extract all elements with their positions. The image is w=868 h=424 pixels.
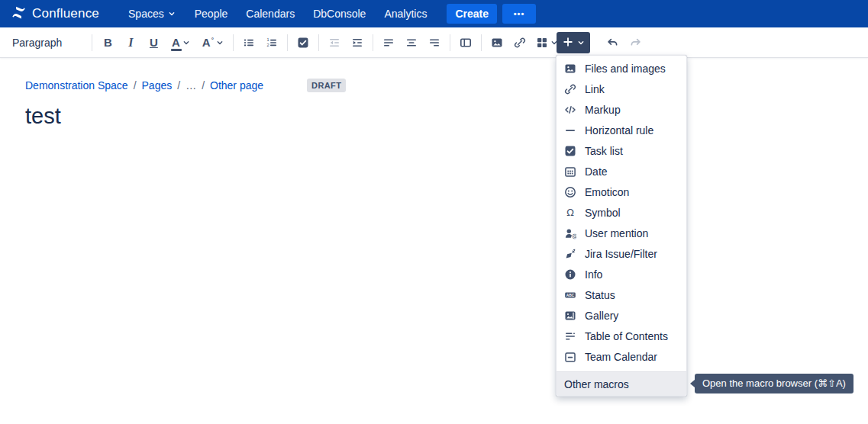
confluence-brand[interactable]: Confluence: [11, 5, 99, 24]
redo-button[interactable]: [624, 32, 647, 53]
breadcrumb-link[interactable]: Other page: [210, 79, 263, 92]
menu-item-label: User mention: [585, 227, 648, 239]
nav-item-analytics[interactable]: Analytics: [375, 0, 436, 27]
paragraph-style-label: Paragraph: [12, 37, 62, 49]
toolbar-divider: [287, 34, 288, 51]
insert-dropdown-menu: Files and imagesLinkMarkupHorizontal rul…: [556, 55, 687, 397]
toolbar-divider: [481, 34, 482, 51]
insert-link-button[interactable]: [508, 32, 531, 53]
main-nav: SpacesPeopleCalendarsDbConsoleAnalytics: [119, 0, 436, 27]
menu-item-emoticon[interactable]: Emoticon: [557, 181, 686, 202]
svg-text:@: @: [572, 233, 576, 239]
nav-item-spaces[interactable]: Spaces: [119, 0, 186, 27]
align-left-icon: [382, 37, 395, 49]
menu-item-label: Gallery: [585, 310, 618, 322]
toolbar-divider: [373, 34, 373, 51]
menu-item-jira-issue-filter[interactable]: Jira Issue/Filter: [557, 243, 686, 264]
menu-item-table-of-contents[interactable]: Table of Contents: [557, 326, 686, 346]
menu-item-label: Table of Contents: [585, 330, 668, 342]
menu-item-label: Team Calendar: [585, 351, 657, 363]
task-list-button[interactable]: [292, 32, 315, 53]
align-center-button[interactable]: [400, 32, 423, 53]
menu-item-label: Markup: [585, 104, 621, 116]
breadcrumb: Demonstration Space/Pages/…/Other page D…: [0, 58, 868, 93]
menu-item-label: Date: [585, 165, 608, 178]
bold-icon: B: [104, 37, 112, 48]
outdent-button[interactable]: [323, 32, 346, 53]
underline-button[interactable]: U: [142, 32, 165, 53]
nav-item-label: People: [195, 8, 228, 20]
chevron-down-icon: [167, 9, 176, 18]
menu-item-label: Task list: [585, 145, 623, 157]
image-icon: [491, 37, 503, 49]
text-color-button[interactable]: A: [165, 32, 197, 53]
undo-icon: [606, 37, 619, 50]
nav-item-dbconsole[interactable]: DbConsole: [304, 0, 375, 27]
breadcrumb-separator: /: [202, 79, 205, 92]
insert-files-images-button[interactable]: [486, 32, 508, 53]
text-color-icon: A: [172, 37, 180, 48]
menu-item-markup[interactable]: Markup: [557, 99, 686, 120]
align-center-icon: [405, 37, 418, 49]
align-left-button[interactable]: [377, 32, 400, 53]
menu-item-label: Status: [585, 289, 615, 301]
menu-item-files-and-images[interactable]: Files and images: [557, 58, 686, 79]
markup-icon: [564, 104, 576, 116]
task-list-icon: [564, 145, 576, 157]
indent-button[interactable]: [346, 32, 369, 53]
nav-item-people[interactable]: People: [186, 0, 237, 27]
create-button[interactable]: Create: [447, 4, 497, 24]
bullet-list-button[interactable]: [237, 32, 260, 53]
task-list-icon: [297, 37, 309, 49]
menu-item-label: Link: [585, 83, 605, 95]
paragraph-style-select[interactable]: Paragraph: [5, 34, 88, 52]
menu-item-gallery[interactable]: Gallery: [557, 305, 686, 326]
nav-item-calendars[interactable]: Calendars: [237, 0, 304, 27]
breadcrumb-link[interactable]: Pages: [142, 79, 173, 92]
menu-item-label: Info: [585, 268, 602, 281]
menu-item-horizontal-rule[interactable]: Horizontal rule: [557, 120, 686, 140]
insert-cluster: [557, 32, 647, 53]
undo-button[interactable]: [601, 32, 624, 53]
menu-item-symbol[interactable]: ΩSymbol: [557, 202, 686, 223]
brand-name: Confluence: [32, 6, 99, 21]
menu-item-task-list[interactable]: Task list: [557, 140, 686, 161]
menu-item-label: Emoticon: [585, 186, 629, 198]
more-formatting-button[interactable]: A°: [197, 32, 229, 53]
numbered-list-button[interactable]: 12: [260, 32, 283, 53]
menu-item-team-calendar[interactable]: Team Calendar: [557, 346, 686, 367]
menu-item-status[interactable]: ABCStatus: [557, 284, 686, 305]
menu-item-other-macros[interactable]: Other macros: [557, 372, 686, 396]
toolbar-divider: [450, 34, 450, 51]
page-layout-icon: [460, 37, 472, 49]
redo-icon: [629, 37, 642, 50]
page-layout-button[interactable]: [454, 32, 477, 53]
toolbar-divider: [92, 34, 92, 51]
page-title-input[interactable]: test: [25, 104, 868, 129]
insert-menu-items: Files and imagesLinkMarkupHorizontal rul…: [557, 58, 686, 367]
breadcrumb-ellipsis[interactable]: …: [186, 79, 196, 92]
nav-item-label: DbConsole: [313, 8, 366, 20]
breadcrumb-separator: /: [134, 79, 137, 92]
breadcrumb-separator: /: [177, 79, 180, 92]
chevron-down-icon: [182, 38, 191, 47]
toc-icon: [564, 330, 576, 342]
align-right-button[interactable]: [423, 32, 446, 53]
more-menu-button[interactable]: •••: [502, 4, 536, 24]
link-icon: [564, 83, 576, 95]
insert-more-button[interactable]: [557, 32, 590, 53]
italic-button[interactable]: I: [119, 32, 142, 53]
svg-text:2: 2: [267, 43, 269, 47]
breadcrumb-link[interactable]: Demonstration Space: [25, 79, 128, 92]
confluence-logo-icon: [11, 5, 27, 24]
status-icon: ABC: [564, 289, 576, 301]
menu-item-link[interactable]: Link: [557, 79, 686, 99]
menu-item-info[interactable]: Info: [557, 264, 686, 284]
menu-item-date[interactable]: Date: [557, 161, 686, 181]
italic-icon: I: [128, 37, 133, 49]
top-navbar: Confluence SpacesPeopleCalendarsDbConsol…: [0, 0, 868, 27]
menu-item-user-mention[interactable]: @User mention: [557, 223, 686, 243]
bold-button[interactable]: B: [96, 32, 119, 53]
macro-browser-tooltip: Open the macro browser (⌘⇧A): [695, 374, 853, 393]
chevron-down-icon: [215, 38, 224, 47]
